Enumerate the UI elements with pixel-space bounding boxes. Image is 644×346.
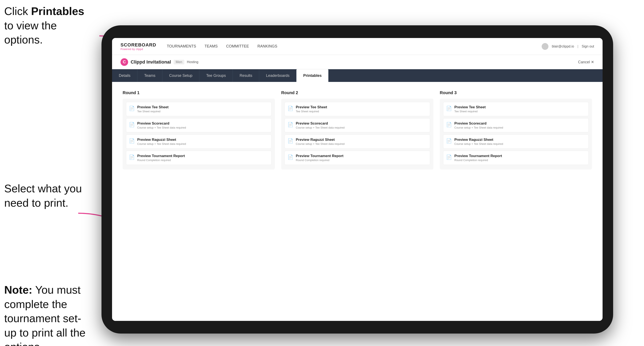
round3-tee-sheet-title: Preview Tee Sheet [454, 105, 486, 109]
round-3-label: Round 3 [440, 90, 592, 95]
cancel-button[interactable]: Cancel ✕ [578, 60, 594, 64]
tab-teams[interactable]: Teams [138, 69, 162, 82]
round-1-cards: 📄 Preview Tee Sheet Tee Sheet required 📄… [123, 99, 275, 170]
tab-leaderboards[interactable]: Leaderboards [259, 69, 296, 82]
round3-scorecard-text: Preview Scorecard Course setup + Tee She… [454, 121, 503, 129]
round2-tournament-report[interactable]: 📄 Preview Tournament Report Round Comple… [284, 151, 430, 165]
logo-title: SCOREBOARD [120, 42, 156, 48]
round3-scorecard-title: Preview Scorecard [454, 121, 503, 126]
document-icon: 📄 [446, 121, 452, 128]
round1-tee-sheet-title: Preview Tee Sheet [137, 105, 168, 109]
document-icon: 📄 [287, 121, 293, 128]
tab-results[interactable]: Results [233, 69, 259, 82]
annotation-bold-printables: Printables [31, 5, 84, 17]
tab-tee-groups[interactable]: Tee Groups [199, 69, 233, 82]
round2-tee-sheet[interactable]: 📄 Preview Tee Sheet Tee Sheet required [284, 102, 430, 116]
round3-raguzzi-subtitle: Course setup + Tee Sheet data required [454, 142, 503, 146]
logo-subtitle: Powered by clippd [120, 48, 156, 51]
annotation-middle: Select what you need to print. [4, 181, 93, 210]
nav-tournaments[interactable]: TOURNAMENTS [167, 43, 196, 49]
round2-scorecard-title: Preview Scorecard [296, 121, 344, 126]
round3-raguzzi[interactable]: 📄 Preview Raguzzi Sheet Course setup + T… [443, 135, 588, 149]
round1-scorecard-text: Preview Scorecard Course setup + Tee She… [137, 121, 186, 129]
round1-report-subtitle: Round Completion required [137, 159, 185, 162]
round2-report-title: Preview Tournament Report [296, 154, 343, 158]
tournament-name: Clippd Invitational [131, 59, 171, 65]
document-icon: 📄 [129, 105, 135, 112]
round3-raguzzi-text: Preview Raguzzi Sheet Course setup + Tee… [454, 138, 503, 146]
round3-tee-sheet[interactable]: 📄 Preview Tee Sheet Tee Sheet required [443, 102, 588, 116]
round2-tee-sheet-subtitle: Tee Sheet required [296, 110, 327, 113]
round3-report-subtitle: Round Completion required [454, 159, 502, 162]
round3-tournament-report[interactable]: 📄 Preview Tournament Report Round Comple… [443, 151, 588, 165]
round2-raguzzi-subtitle: Course setup + Tee Sheet data required [296, 142, 344, 146]
annotation-bottom: Note: You must complete the tournament s… [4, 283, 93, 346]
round2-tee-sheet-text: Preview Tee Sheet Tee Sheet required [296, 105, 327, 113]
round2-report-text: Preview Tournament Report Round Completi… [296, 154, 343, 162]
round2-report-subtitle: Round Completion required [296, 159, 343, 162]
round1-tournament-report[interactable]: 📄 Preview Tournament Report Round Comple… [126, 151, 272, 165]
round-3-cards: 📄 Preview Tee Sheet Tee Sheet required 📄… [440, 99, 592, 170]
tab-course-setup[interactable]: Course Setup [162, 69, 199, 82]
tab-nav: Details Teams Course Setup Tee Groups Re… [112, 69, 602, 82]
main-content: Round 1 📄 Preview Tee Sheet Tee Sheet re… [112, 82, 602, 321]
document-icon: 📄 [129, 121, 135, 128]
tournament-header: C Clippd Invitational Men Hosting Cancel… [112, 55, 602, 69]
user-avatar [542, 43, 548, 50]
document-icon: 📄 [446, 105, 452, 112]
tournament-badge: Men [174, 60, 184, 64]
document-icon: 📄 [129, 138, 135, 144]
round-2-cards: 📄 Preview Tee Sheet Tee Sheet required 📄… [281, 99, 434, 170]
logo-area: SCOREBOARD Powered by clippd [120, 42, 156, 51]
top-nav: SCOREBOARD Powered by clippd TOURNAMENTS… [112, 38, 602, 55]
tab-printables[interactable]: Printables [296, 69, 328, 82]
top-nav-right: blair@clippd.io | Sign out [542, 43, 594, 50]
round1-raguzzi-title: Preview Raguzzi Sheet [137, 138, 186, 142]
round1-raguzzi[interactable]: 📄 Preview Raguzzi Sheet Course setup + T… [126, 135, 272, 149]
round2-raguzzi-text: Preview Raguzzi Sheet Course setup + Tee… [296, 138, 344, 146]
round2-scorecard[interactable]: 📄 Preview Scorecard Course setup + Tee S… [284, 118, 430, 132]
round3-report-title: Preview Tournament Report [454, 154, 502, 158]
round1-scorecard-subtitle: Course setup + Tee Sheet data required [137, 126, 186, 129]
round1-raguzzi-subtitle: Course setup + Tee Sheet data required [137, 142, 186, 146]
tablet-device: SCOREBOARD Powered by clippd TOURNAMENTS… [102, 25, 613, 334]
round2-scorecard-text: Preview Scorecard Course setup + Tee She… [296, 121, 344, 129]
round3-tee-sheet-subtitle: Tee Sheet required [454, 110, 486, 113]
round-2-label: Round 2 [281, 90, 434, 95]
round2-raguzzi-title: Preview Raguzzi Sheet [296, 138, 344, 142]
tournament-title-area: C Clippd Invitational Men Hosting [120, 58, 198, 66]
round1-tee-sheet-text: Preview Tee Sheet Tee Sheet required [137, 105, 168, 113]
round2-scorecard-subtitle: Course setup + Tee Sheet data required [296, 126, 344, 129]
nav-committee[interactable]: COMMITTEE [226, 43, 249, 49]
round-2-column: Round 2 📄 Preview Tee Sheet Tee Sheet re… [281, 90, 434, 170]
sign-out-link[interactable]: Sign out [582, 44, 594, 48]
round1-scorecard[interactable]: 📄 Preview Scorecard Course setup + Tee S… [126, 118, 272, 132]
nav-teams[interactable]: TEAMS [205, 43, 218, 49]
document-icon: 📄 [287, 154, 293, 161]
round1-tee-sheet[interactable]: 📄 Preview Tee Sheet Tee Sheet required [126, 102, 272, 116]
document-icon: 📄 [129, 154, 135, 161]
document-icon: 📄 [287, 138, 293, 144]
round-1-column: Round 1 📄 Preview Tee Sheet Tee Sheet re… [123, 90, 275, 170]
rounds-grid: Round 1 📄 Preview Tee Sheet Tee Sheet re… [123, 90, 592, 170]
round3-tee-sheet-text: Preview Tee Sheet Tee Sheet required [454, 105, 486, 113]
tablet-screen: SCOREBOARD Powered by clippd TOURNAMENTS… [112, 38, 602, 321]
round2-tee-sheet-title: Preview Tee Sheet [296, 105, 327, 109]
round3-scorecard[interactable]: 📄 Preview Scorecard Course setup + Tee S… [443, 118, 588, 132]
document-icon: 📄 [446, 154, 452, 161]
tournament-logo: C [120, 58, 128, 66]
document-icon: 📄 [446, 138, 452, 144]
round3-report-text: Preview Tournament Report Round Completi… [454, 154, 502, 162]
nav-rankings[interactable]: RANKINGS [258, 43, 278, 49]
round1-report-title: Preview Tournament Report [137, 154, 185, 158]
round1-report-text: Preview Tournament Report Round Completi… [137, 154, 185, 162]
annotation-note-bold: Note: [4, 284, 32, 296]
tournament-status: Hosting [187, 60, 198, 64]
round1-raguzzi-text: Preview Raguzzi Sheet Course setup + Tee… [137, 138, 186, 146]
round3-scorecard-subtitle: Course setup + Tee Sheet data required [454, 126, 503, 129]
tab-details[interactable]: Details [112, 69, 138, 82]
document-icon: 📄 [287, 105, 293, 112]
round-1-label: Round 1 [123, 90, 275, 95]
top-nav-links: TOURNAMENTS TEAMS COMMITTEE RANKINGS [167, 43, 542, 49]
round2-raguzzi[interactable]: 📄 Preview Raguzzi Sheet Course setup + T… [284, 135, 430, 149]
